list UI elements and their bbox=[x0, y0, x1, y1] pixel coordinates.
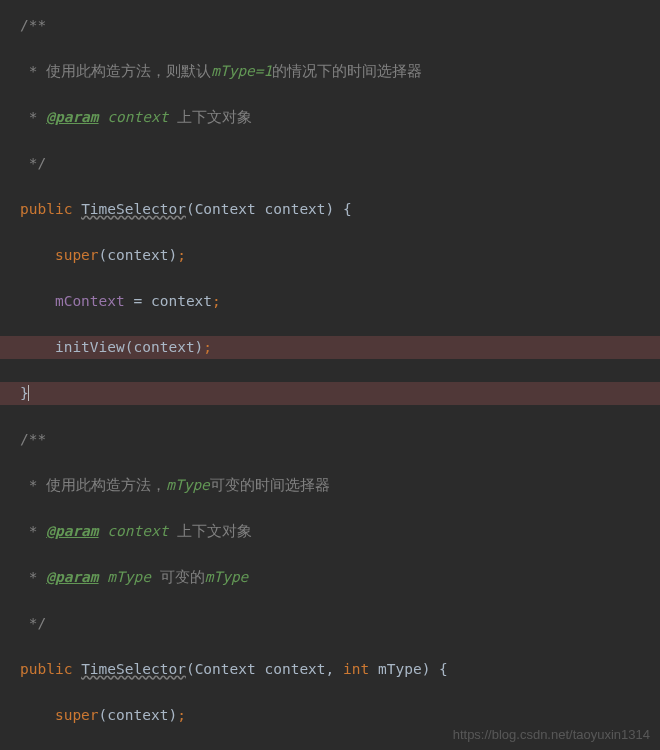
code-line: mContext = context; bbox=[0, 290, 660, 313]
code-line: * @param context 上下文对象 bbox=[0, 106, 660, 129]
code-line: /** bbox=[0, 428, 660, 451]
code-line-highlighted: } bbox=[0, 382, 660, 405]
code-line: * 使用此构造方法，mType可变的时间选择器 bbox=[0, 474, 660, 497]
code-line: /** bbox=[0, 14, 660, 37]
code-line: super(context); bbox=[0, 244, 660, 267]
code-line: * 使用此构造方法，则默认mType=1的情况下的时间选择器 bbox=[0, 60, 660, 83]
code-line: */ bbox=[0, 152, 660, 175]
code-line: * @param mType 可变的mType bbox=[0, 566, 660, 589]
code-line: public TimeSelector(Context context) { bbox=[0, 198, 660, 221]
code-editor[interactable]: /** * 使用此构造方法，则默认mType=1的情况下的时间选择器 * @pa… bbox=[0, 0, 660, 750]
code-line: * @param context 上下文对象 bbox=[0, 520, 660, 543]
code-line-highlighted: initView(context); bbox=[0, 336, 660, 359]
code-line: super(context); bbox=[0, 704, 660, 727]
code-line: */ bbox=[0, 612, 660, 635]
code-line: public TimeSelector(Context context, int… bbox=[0, 658, 660, 681]
text-cursor bbox=[28, 385, 29, 401]
